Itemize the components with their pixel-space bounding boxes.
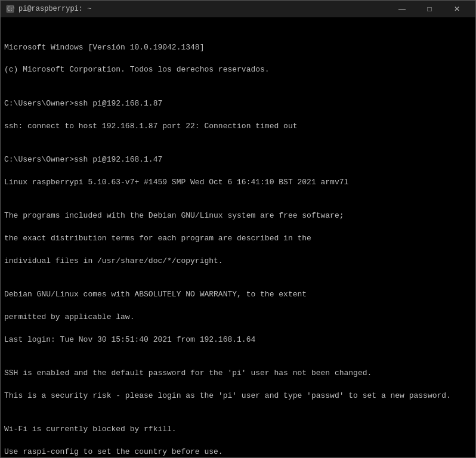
terminal-line: (c) Microsoft Corporation. Todos los der…: [4, 64, 472, 76]
terminal-line: ssh: connect to host 192.168.1.87 port 2…: [4, 121, 472, 132]
svg-text:C:\: C:\: [7, 7, 14, 12]
minimize-button[interactable]: —: [388, 1, 416, 17]
terminal-line: permitted by applicable law.: [4, 312, 472, 323]
close-button[interactable]: ✕: [443, 1, 471, 17]
terminal-line: Wi-Fi is currently blocked by rfkill.: [4, 424, 472, 435]
terminal-line: The programs included with the Debian GN…: [4, 211, 472, 222]
terminal-icon: C:\: [5, 4, 15, 14]
maximize-button[interactable]: □: [416, 1, 443, 17]
terminal-line: C:\Users\Owner>ssh pi@192.168.1.47: [4, 154, 472, 166]
title-bar-left: C:\ pi@raspberrypi: ~: [5, 4, 91, 14]
terminal-line: Last login: Tue Nov 30 15:51:40 2021 fro…: [4, 335, 472, 346]
terminal-window: C:\ pi@raspberrypi: ~ — □ ✕ Microsoft Wi…: [0, 0, 476, 458]
terminal-line: individual files in /usr/share/doc/*/cop…: [4, 256, 472, 267]
terminal-line: Microsoft Windows [Versión 10.0.19042.13…: [4, 42, 472, 54]
terminal-line: Linux raspberrypi 5.10.63-v7+ #1459 SMP …: [4, 177, 472, 188]
terminal-output[interactable]: Microsoft Windows [Versión 10.0.19042.13…: [1, 17, 475, 457]
terminal-line: Debian GNU/Linux comes with ABSOLUTELY N…: [4, 289, 472, 301]
title-bar: C:\ pi@raspberrypi: ~ — □ ✕: [1, 1, 475, 17]
window-controls: — □ ✕: [388, 1, 471, 17]
terminal-line: This is a security risk - please login a…: [4, 391, 472, 402]
terminal-line: the exact distribution terms for each pr…: [4, 233, 472, 245]
terminal-line: Use raspi-config to set the country befo…: [4, 447, 472, 457]
window-title: pi@raspberrypi: ~: [18, 5, 91, 13]
terminal-line: SSH is enabled and the default password …: [4, 368, 472, 379]
terminal-line: C:\Users\Owner>ssh pi@192.168.1.87: [4, 98, 472, 110]
